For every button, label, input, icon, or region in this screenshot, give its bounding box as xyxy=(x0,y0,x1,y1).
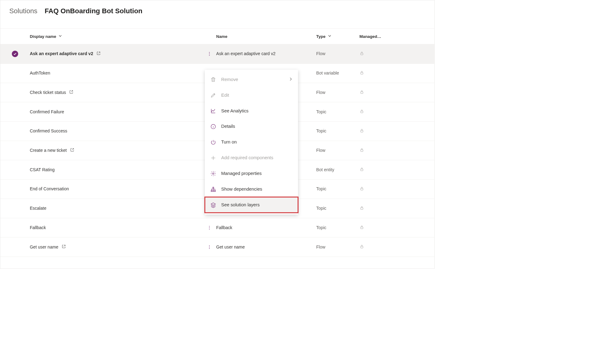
display-name-cell[interactable]: Ask an expert adaptive card v2 xyxy=(30,51,203,57)
menu-item-remove: Remove xyxy=(205,71,298,87)
menu-item-label: Turn on xyxy=(221,140,237,145)
external-link-icon xyxy=(62,244,66,250)
layers-icon xyxy=(210,202,216,208)
managed-cell xyxy=(359,128,419,134)
display-name-cell[interactable]: Get user name xyxy=(30,244,203,250)
more-actions-button[interactable] xyxy=(203,51,216,56)
type-cell: Bot variable xyxy=(316,71,359,76)
managed-cell xyxy=(359,167,419,173)
lock-icon xyxy=(359,90,364,95)
type-cell: Topic xyxy=(316,187,359,192)
managed-cell xyxy=(359,109,419,115)
chevron-down-icon xyxy=(328,34,331,38)
managed-cell xyxy=(359,70,419,76)
display-name-cell[interactable]: Check ticket status xyxy=(30,90,203,95)
breadcrumb: Solutions FAQ OnBoarding Bot Solution xyxy=(0,0,435,29)
name-cell: Get user name xyxy=(216,245,316,249)
lock-icon xyxy=(359,70,364,76)
table-row[interactable]: Get user nameGet user nameFlow xyxy=(0,237,435,257)
lock-icon xyxy=(359,225,364,231)
lock-icon xyxy=(359,128,364,134)
info-icon xyxy=(210,123,216,129)
display-name-cell[interactable]: AuthToken xyxy=(30,71,203,76)
type-cell: Flow xyxy=(316,90,359,95)
menu-item-show-dependencies[interactable]: Show dependencies xyxy=(205,181,298,197)
trash-icon xyxy=(210,76,216,82)
breadcrumb-root[interactable]: Solutions xyxy=(9,7,37,15)
menu-item-see-solution-layers[interactable]: See solution layers xyxy=(205,197,298,213)
more-actions-button[interactable] xyxy=(203,245,216,249)
lock-icon xyxy=(359,244,364,250)
type-cell: Flow xyxy=(316,148,359,153)
lock-icon xyxy=(359,167,364,173)
menu-item-label: Details xyxy=(221,124,235,129)
menu-item-label: Add required components xyxy=(221,155,273,160)
menu-item-label: Show dependencies xyxy=(221,187,262,192)
display-name-cell[interactable]: End of Conversation xyxy=(30,187,203,192)
menu-item-see-analytics[interactable]: See Analytics xyxy=(205,103,298,119)
chevron-down-icon xyxy=(59,34,62,38)
lock-icon xyxy=(359,205,364,211)
col-type[interactable]: Type xyxy=(316,34,359,38)
type-cell: Topic xyxy=(316,129,359,134)
external-link-icon xyxy=(69,90,74,95)
display-name-cell[interactable]: CSAT Rating xyxy=(30,167,203,172)
managed-cell xyxy=(359,244,419,250)
gear-icon xyxy=(210,171,216,176)
table-header: Display name Name Type Managed… xyxy=(0,28,435,44)
context-menu: RemoveEditSee AnalyticsDetailsTurn onAdd… xyxy=(205,70,298,215)
lock-icon xyxy=(359,109,364,115)
managed-cell xyxy=(359,225,419,231)
managed-cell xyxy=(359,148,419,153)
type-cell: Bot entity xyxy=(316,167,359,172)
lock-icon xyxy=(359,186,364,192)
display-name-cell[interactable]: Confirmed Success xyxy=(30,129,203,134)
managed-cell xyxy=(359,51,419,57)
menu-item-label: See solution layers xyxy=(221,202,260,208)
analytics-icon xyxy=(210,108,216,114)
display-name-cell[interactable]: Confirmed Failure xyxy=(30,109,203,114)
power-icon xyxy=(210,139,216,145)
table-row[interactable]: Ask an expert adaptive card v2Ask an exp… xyxy=(0,44,435,64)
table-row[interactable]: FallbackFallbackTopic xyxy=(0,218,435,237)
managed-cell xyxy=(359,205,419,211)
menu-item-managed-properties[interactable]: Managed properties xyxy=(205,166,298,181)
type-cell: Topic xyxy=(316,206,359,211)
pencil-icon xyxy=(210,92,216,98)
display-name-cell[interactable]: Fallback xyxy=(30,225,203,230)
display-name-cell[interactable]: Escalate xyxy=(30,206,203,211)
menu-item-add-required-components: Add required components xyxy=(205,150,298,166)
menu-item-label: Edit xyxy=(221,92,229,98)
col-display-name[interactable]: Display name xyxy=(30,34,203,38)
plus-icon xyxy=(210,155,216,161)
external-link-icon xyxy=(70,148,74,153)
menu-item-label: Managed properties xyxy=(221,171,262,176)
external-link-icon xyxy=(96,51,101,57)
checkmark-icon[interactable] xyxy=(12,51,18,57)
type-cell: Flow xyxy=(316,51,359,56)
more-actions-button[interactable] xyxy=(203,225,216,230)
name-cell: Fallback xyxy=(216,225,316,230)
display-name-cell[interactable]: Create a new ticket xyxy=(30,148,203,153)
hierarchy-icon xyxy=(210,186,216,192)
menu-item-label: Remove xyxy=(221,77,238,82)
type-cell: Topic xyxy=(316,225,359,230)
menu-item-label: See Analytics xyxy=(221,108,249,113)
lock-icon xyxy=(359,51,364,57)
name-cell: Ask an expert adaptive card v2 xyxy=(216,51,316,56)
chevron-right-icon xyxy=(289,77,293,82)
type-cell: Flow xyxy=(316,245,359,249)
col-managed[interactable]: Managed… xyxy=(359,34,419,38)
menu-item-details[interactable]: Details xyxy=(205,119,298,134)
breadcrumb-current: FAQ OnBoarding Bot Solution xyxy=(45,7,142,15)
lock-icon xyxy=(359,148,364,153)
type-cell: Topic xyxy=(316,109,359,114)
managed-cell xyxy=(359,90,419,95)
menu-item-edit: Edit xyxy=(205,87,298,103)
managed-cell xyxy=(359,186,419,192)
menu-item-turn-on[interactable]: Turn on xyxy=(205,134,298,150)
col-name[interactable]: Name xyxy=(216,34,316,38)
